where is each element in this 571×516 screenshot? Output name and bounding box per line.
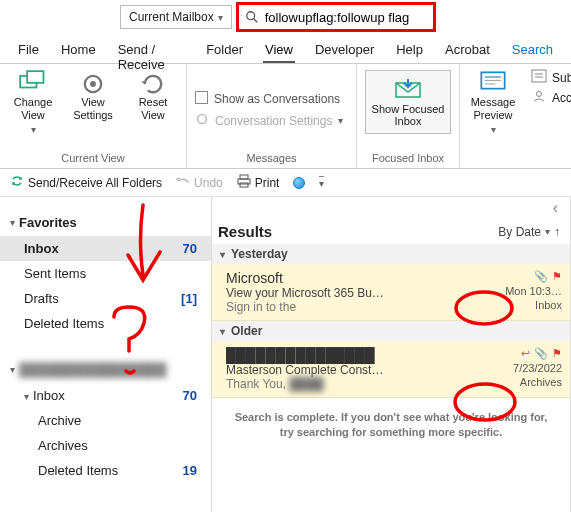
chevron-down-icon: ▾ (10, 364, 15, 375)
sort-arrow-icon: ↑ (554, 225, 560, 239)
chevron-down-icon: ▾ (220, 326, 225, 337)
sort-button[interactable]: By Date ▾ ↑ (498, 225, 560, 239)
change-view-button[interactable]: Change View▾ (8, 70, 58, 150)
mailbox-selector[interactable]: Current Mailbox ▾ (120, 5, 232, 29)
message-sender: ███████████████ (226, 347, 488, 363)
ribbon: Change View▾ View Settings Reset View Cu… (0, 64, 571, 169)
menu-search[interactable]: Search (510, 40, 555, 63)
tree-inbox[interactable]: ▾Inbox70 (0, 383, 211, 408)
message-preview: Thank You, ████ (226, 377, 488, 391)
chevron-down-icon: ▾ (319, 176, 324, 189)
menu-view[interactable]: View (263, 40, 295, 63)
tree-deleted-items[interactable]: Deleted Items19 (0, 458, 211, 483)
menu-folder[interactable]: Folder (204, 40, 245, 63)
account-icon (532, 90, 546, 105)
send-receive-all-button[interactable]: Send/Receive All Folders (10, 174, 162, 191)
menu-file[interactable]: File (16, 40, 41, 63)
svg-rect-3 (27, 71, 43, 83)
message-subject: Masterson Complete Const… (226, 363, 488, 377)
customize-qat-button[interactable]: ▾ (319, 176, 324, 189)
results-title: Results (218, 223, 272, 240)
favorites-header[interactable]: ▾ Favorites (0, 209, 211, 236)
undo-icon (176, 175, 190, 190)
reply-icon: ↩ (521, 347, 530, 360)
group-yesterday[interactable]: ▾Yesterday (212, 244, 570, 264)
menu-help[interactable]: Help (394, 40, 425, 63)
quick-access-toolbar: Send/Receive All Folders Undo Print ▾ (0, 169, 571, 197)
change-view-icon (19, 70, 47, 94)
search-box[interactable] (236, 2, 436, 32)
search-complete-message: Search is complete. If you don't see wha… (212, 398, 570, 453)
chevron-down-icon: ▾ (220, 249, 225, 260)
menubar: File Home Send / Receive Folder View Dev… (0, 34, 571, 64)
view-settings-button[interactable]: View Settings (68, 70, 118, 150)
blue-circle-icon (293, 177, 305, 189)
message-folder: Inbox (535, 299, 562, 311)
message-item[interactable]: ███████████████ Masterson Complete Const… (212, 341, 570, 398)
chevron-down-icon: ▾ (10, 217, 15, 228)
search-input[interactable] (265, 10, 425, 25)
subject-icon (532, 70, 546, 85)
show-focused-inbox-button[interactable]: Show Focused Inbox (365, 70, 451, 134)
gear-small-icon (195, 112, 209, 129)
print-button[interactable]: Print (237, 174, 280, 191)
svg-point-7 (198, 115, 207, 124)
reset-icon (139, 70, 167, 94)
group-current-view: Current View (8, 150, 178, 166)
svg-line-1 (253, 19, 257, 23)
svg-rect-6 (196, 92, 208, 104)
conversation-settings-button: Conversation Settings ▾ (195, 112, 348, 129)
menu-home[interactable]: Home (59, 40, 98, 63)
tree-archives[interactable]: Archives (0, 433, 211, 458)
nav-sent-items[interactable]: Sent Items (0, 261, 211, 286)
svg-rect-17 (240, 175, 248, 179)
message-preview-icon (479, 70, 507, 94)
paperclip-icon: 📎 (534, 270, 548, 283)
group-messages: Messages (195, 150, 348, 166)
search-icon (245, 10, 259, 24)
group-older[interactable]: ▾Older (212, 321, 570, 341)
sync-icon (10, 174, 24, 191)
group-focused: Focused Inbox (365, 150, 451, 166)
touch-mode-button[interactable] (293, 177, 305, 189)
message-subject: View your Microsoft 365 Bu… (226, 286, 488, 300)
paperclip-icon: 📎 (534, 347, 548, 360)
focused-inbox-icon (393, 77, 423, 101)
tree-archive[interactable]: Archive (0, 408, 211, 433)
message-time: Mon 10:3… (505, 285, 562, 297)
chevron-down-icon: ▾ (218, 12, 223, 23)
menu-sendreceive[interactable]: Send / Receive (116, 40, 187, 63)
message-time: 7/23/2022 (513, 362, 562, 374)
undo-button: Undo (176, 175, 223, 190)
nav-drafts[interactable]: Drafts[1] (0, 286, 211, 311)
collapse-chevron-icon[interactable]: ‹ (547, 199, 564, 217)
gear-icon (79, 70, 107, 94)
print-icon (237, 174, 251, 191)
nav-inbox[interactable]: Inbox70 (0, 236, 211, 261)
message-preview-button[interactable]: Message Preview▾ (468, 70, 518, 150)
reset-view-button[interactable]: Reset View (128, 70, 178, 150)
message-preview: Sign in to the (226, 300, 488, 314)
show-conversations-checkbox[interactable]: Show as Conversations (195, 91, 348, 107)
flag-icon: ⚑ (552, 347, 562, 360)
svg-point-16 (537, 92, 542, 97)
message-sender: Microsoft (226, 270, 488, 286)
flag-icon: ⚑ (552, 270, 562, 283)
results-pane: ‹ Results By Date ▾ ↑ ▾Yesterday Microso… (212, 197, 571, 512)
chevron-down-icon: ▾ (24, 391, 29, 402)
arrange-account[interactable]: Account (532, 90, 571, 105)
account-header[interactable]: ▾ ████████████████ (0, 356, 211, 383)
chevron-down-icon: ▾ (545, 226, 550, 237)
message-item[interactable]: Microsoft View your Microsoft 365 Bu… Si… (212, 264, 570, 321)
folder-nav: ▾ Favorites Inbox70Sent ItemsDrafts[1]De… (0, 197, 212, 512)
menu-developer[interactable]: Developer (313, 40, 376, 63)
svg-point-5 (90, 81, 96, 87)
checkbox-icon (195, 91, 208, 107)
nav-deleted-items[interactable]: Deleted Items (0, 311, 211, 336)
message-folder: Archives (520, 376, 562, 388)
svg-rect-13 (532, 70, 546, 82)
mailbox-label: Current Mailbox (129, 10, 214, 24)
arrange-subject[interactable]: Subject (532, 70, 571, 85)
menu-acrobat[interactable]: Acrobat (443, 40, 492, 63)
svg-point-0 (246, 12, 254, 20)
